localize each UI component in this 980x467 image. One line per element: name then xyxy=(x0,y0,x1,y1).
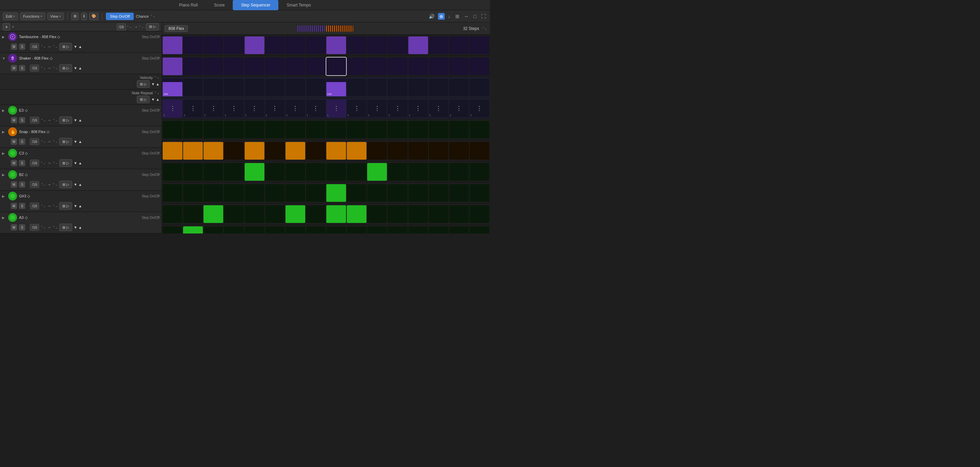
tab-score[interactable]: Score xyxy=(206,0,233,10)
step-cell[interactable] xyxy=(285,163,305,181)
note-repeat-cell[interactable]: 1 xyxy=(367,100,387,118)
step-cell[interactable] xyxy=(469,163,489,181)
step-cell[interactable] xyxy=(367,163,387,181)
step-cell[interactable] xyxy=(367,142,387,159)
step-cell[interactable] xyxy=(449,226,469,234)
step-cell[interactable] xyxy=(265,37,285,54)
step-cell[interactable] xyxy=(245,57,264,75)
step-cell[interactable] xyxy=(408,37,428,54)
step-cell[interactable] xyxy=(388,142,407,159)
g3s-pattern-btn[interactable]: ⊞ ▷ xyxy=(59,202,72,210)
step-cell[interactable] xyxy=(306,57,326,75)
step-cell[interactable] xyxy=(163,142,182,159)
step-cell[interactable] xyxy=(163,205,182,223)
step-cell[interactable] xyxy=(449,37,469,54)
step-cell[interactable] xyxy=(469,121,489,139)
step-cell[interactable] xyxy=(449,57,469,75)
step-cell[interactable] xyxy=(183,142,203,159)
step-cell[interactable] xyxy=(265,142,285,159)
velocity-cell[interactable] xyxy=(408,79,428,96)
step-cell[interactable] xyxy=(224,163,243,181)
step-cell[interactable] xyxy=(347,37,366,54)
step-cell[interactable] xyxy=(408,142,428,159)
step-cell[interactable] xyxy=(224,57,243,75)
step-cell[interactable] xyxy=(224,226,243,234)
step-cell[interactable] xyxy=(367,121,387,139)
shaker-pattern-btn[interactable]: ⊞ ▷ xyxy=(59,64,72,72)
step-cell[interactable] xyxy=(245,226,264,234)
e3-pattern-btn[interactable]: ⊞ ▷ xyxy=(59,116,72,124)
step-cell[interactable] xyxy=(408,184,428,202)
step-cell[interactable] xyxy=(347,163,366,181)
note-repeat-cell[interactable]: 1 xyxy=(449,100,469,118)
g3s-expand[interactable]: ▶ xyxy=(2,194,6,198)
step-cell[interactable] xyxy=(388,37,407,54)
a3-pattern-btn[interactable]: ⊞ ▷ xyxy=(59,224,72,231)
note-repeat-pattern-btn[interactable]: ⊞ ▷ xyxy=(137,96,150,103)
step-cell[interactable] xyxy=(183,205,203,223)
velocity-cell[interactable] xyxy=(183,79,203,96)
velocity-pattern-btn[interactable]: ⊞ ▷ xyxy=(137,80,150,88)
note-repeat-cell[interactable]: 1 xyxy=(265,100,285,118)
down-icon-button[interactable]: ↓ xyxy=(447,13,452,20)
velocity-cell[interactable] xyxy=(469,79,489,96)
note-repeat-cell[interactable]: 1 xyxy=(183,100,203,118)
step-cell[interactable] xyxy=(163,226,182,234)
step-cell[interactable] xyxy=(347,57,366,75)
step-cell[interactable] xyxy=(245,205,264,223)
step-cell[interactable] xyxy=(408,226,428,234)
step-cell[interactable] xyxy=(429,184,449,202)
e3-solo[interactable]: S xyxy=(19,117,25,123)
step-cell[interactable] xyxy=(367,184,387,202)
step-cell[interactable] xyxy=(429,205,449,223)
step-cell[interactable] xyxy=(265,163,285,181)
velocity-cell[interactable] xyxy=(204,79,223,96)
step-cell[interactable] xyxy=(429,142,449,159)
note-repeat-cell[interactable]: 1 xyxy=(326,100,346,118)
tambourine-solo[interactable]: S xyxy=(19,43,25,50)
step-cell[interactable] xyxy=(449,142,469,159)
step-cell[interactable] xyxy=(285,57,305,75)
step-cell[interactable] xyxy=(306,142,326,159)
expand-v-icon-button[interactable]: □ xyxy=(472,13,478,20)
g3s-mute[interactable]: M xyxy=(11,203,17,209)
snap-solo[interactable]: S xyxy=(19,139,25,145)
step-cell[interactable] xyxy=(449,205,469,223)
velocity-cell[interactable] xyxy=(285,79,305,96)
e3-expand[interactable]: ▶ xyxy=(2,108,6,112)
step-cell[interactable] xyxy=(245,142,264,159)
tambourine-expand[interactable]: ▶ xyxy=(2,35,6,39)
note-repeat-cell[interactable]: 1 xyxy=(163,100,182,118)
step-cell[interactable] xyxy=(224,37,243,54)
note-repeat-cell[interactable]: 1 xyxy=(469,100,489,118)
tab-step-sequencer[interactable]: Step Sequencer xyxy=(233,0,278,10)
step-cell[interactable] xyxy=(163,163,182,181)
shaker-mute[interactable]: M xyxy=(11,65,17,71)
note-repeat-cell[interactable]: 1 xyxy=(285,100,305,118)
step-cell[interactable] xyxy=(326,184,346,202)
step-cell[interactable] xyxy=(245,121,264,139)
step-cell[interactable] xyxy=(306,226,326,234)
velocity-cell[interactable] xyxy=(367,79,387,96)
step-cell[interactable] xyxy=(429,37,449,54)
step-cell[interactable] xyxy=(408,205,428,223)
step-cell[interactable] xyxy=(326,142,346,159)
note-repeat-cell[interactable]: 1 xyxy=(224,100,243,118)
snap-pattern-btn[interactable]: ⊞ ▷ xyxy=(59,138,72,145)
step-cell[interactable] xyxy=(265,205,285,223)
step-cell[interactable] xyxy=(408,121,428,139)
step-cell[interactable] xyxy=(265,57,285,75)
step-cell[interactable] xyxy=(265,226,285,234)
view-button[interactable]: View ▾ xyxy=(47,13,64,20)
step-cell[interactable] xyxy=(469,226,489,234)
step-cell[interactable] xyxy=(449,121,469,139)
c3-pattern-btn[interactable]: ⊞ ▷ xyxy=(59,159,72,167)
step-cell[interactable] xyxy=(163,57,182,75)
step-cell[interactable] xyxy=(204,226,223,234)
step-cell[interactable] xyxy=(469,37,489,54)
step-cell[interactable] xyxy=(224,121,243,139)
step-cell[interactable] xyxy=(408,57,428,75)
step-cell[interactable] xyxy=(347,205,366,223)
note-repeat-cell[interactable]: 1 xyxy=(347,100,366,118)
step-cell[interactable] xyxy=(429,121,449,139)
